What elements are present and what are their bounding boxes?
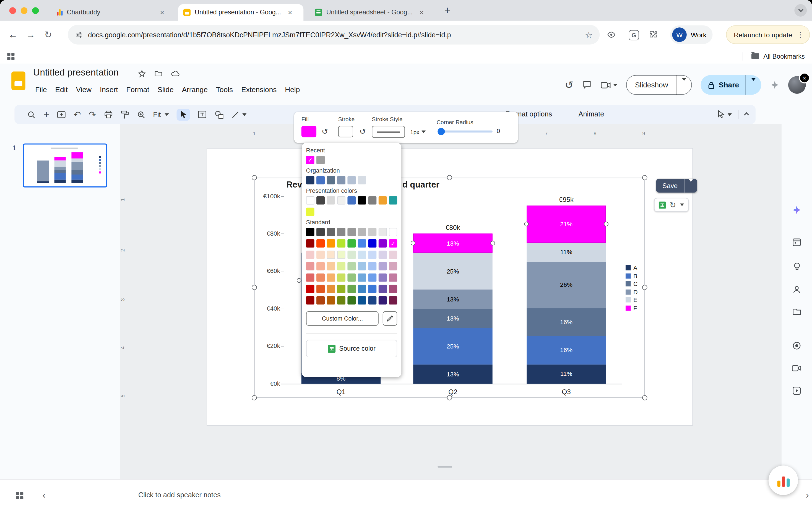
color-swatch[interactable] bbox=[347, 228, 356, 236]
legend-item[interactable]: F bbox=[626, 305, 638, 311]
chart-segment-c[interactable]: 13% bbox=[413, 309, 492, 328]
kebab-menu-icon[interactable]: ⋮ bbox=[796, 30, 804, 39]
color-swatch[interactable] bbox=[337, 228, 345, 236]
chart-segment-a[interactable]: 11% bbox=[527, 364, 606, 384]
color-swatch[interactable] bbox=[347, 251, 356, 259]
move-folder-icon[interactable] bbox=[154, 69, 163, 78]
color-swatch[interactable] bbox=[306, 251, 315, 259]
chart-bar-q2[interactable]: 13%25%13%13%25%13% bbox=[413, 234, 492, 384]
star-document-icon[interactable] bbox=[138, 69, 146, 78]
color-swatch[interactable] bbox=[389, 196, 397, 205]
legend-item[interactable]: B bbox=[626, 273, 638, 279]
color-swatch[interactable] bbox=[368, 251, 376, 259]
slide-thumbnail[interactable] bbox=[23, 144, 107, 188]
print-icon[interactable] bbox=[104, 110, 113, 119]
url-text[interactable]: docs.google.com/presentation/d/1b5f7OB8t… bbox=[88, 31, 580, 38]
color-swatch[interactable] bbox=[306, 274, 315, 282]
tab-presentation[interactable]: Untitled presentation - Goog... × bbox=[178, 4, 303, 21]
reset-fill-icon[interactable]: ↺ bbox=[322, 127, 328, 136]
selection-handle[interactable] bbox=[252, 395, 257, 400]
color-swatch[interactable] bbox=[358, 176, 366, 185]
color-swatch[interactable] bbox=[337, 262, 345, 270]
hide-toolbar-icon[interactable] bbox=[744, 112, 749, 117]
color-swatch[interactable] bbox=[337, 274, 345, 282]
menu-edit[interactable]: Edit bbox=[51, 83, 72, 96]
close-badge-icon[interactable]: × bbox=[799, 73, 810, 83]
chart-segment-f[interactable]: 13% bbox=[413, 234, 492, 253]
notes-resize-handle[interactable] bbox=[437, 466, 452, 468]
color-swatch[interactable] bbox=[358, 251, 366, 259]
videocam-icon[interactable] bbox=[792, 365, 802, 372]
back-icon[interactable]: ← bbox=[4, 29, 22, 40]
chart-segment-c[interactable]: 16% bbox=[527, 308, 606, 336]
document-title[interactable]: Untitled presentation bbox=[33, 67, 119, 78]
version-history-icon[interactable]: ↺ bbox=[565, 79, 573, 91]
color-swatch[interactable] bbox=[306, 176, 315, 185]
reset-stroke-icon[interactable]: ↺ bbox=[359, 127, 366, 136]
color-swatch[interactable] bbox=[358, 285, 366, 293]
legend-item[interactable]: C bbox=[626, 281, 638, 287]
color-swatch[interactable] bbox=[389, 262, 397, 270]
menu-extensions[interactable]: Extensions bbox=[237, 83, 281, 96]
color-swatch[interactable] bbox=[306, 208, 315, 216]
select-tool[interactable] bbox=[176, 108, 190, 120]
color-swatch[interactable] bbox=[379, 228, 387, 236]
color-swatch[interactable] bbox=[379, 239, 387, 248]
color-swatch[interactable] bbox=[347, 239, 356, 248]
record-icon[interactable] bbox=[792, 341, 801, 350]
color-swatch[interactable] bbox=[358, 274, 366, 282]
color-swatch[interactable] bbox=[347, 196, 356, 205]
color-swatch[interactable] bbox=[368, 285, 376, 293]
selection-handle[interactable] bbox=[252, 175, 257, 180]
color-swatch[interactable] bbox=[368, 239, 376, 248]
relaunch-update-button[interactable]: Relaunch to update ⋮ bbox=[726, 25, 810, 44]
eyedropper-button[interactable] bbox=[383, 311, 397, 325]
color-swatch[interactable] bbox=[306, 239, 315, 248]
color-swatch[interactable] bbox=[327, 176, 335, 185]
chart-segment-e[interactable]: 11% bbox=[527, 243, 606, 262]
color-swatch[interactable] bbox=[337, 196, 345, 205]
color-swatch[interactable] bbox=[347, 176, 356, 185]
g-extension-badge[interactable]: G bbox=[629, 30, 639, 40]
selection-handle[interactable] bbox=[447, 175, 452, 180]
color-swatch[interactable] bbox=[306, 228, 315, 236]
profile-chip[interactable]: W Work bbox=[670, 25, 713, 44]
custom-color-button[interactable]: Custom Color... bbox=[306, 311, 379, 325]
slides-logo-icon[interactable] bbox=[11, 72, 25, 90]
color-swatch[interactable] bbox=[306, 262, 315, 270]
site-settings-icon[interactable] bbox=[75, 31, 83, 38]
segment-selection-handle[interactable] bbox=[297, 278, 301, 283]
tab-chartbuddy[interactable]: Chartbuddy × bbox=[52, 4, 174, 21]
color-swatch[interactable] bbox=[347, 262, 356, 270]
selection-handle[interactable] bbox=[252, 285, 257, 290]
color-swatch[interactable] bbox=[379, 262, 387, 270]
new-slide-plus-icon[interactable]: + bbox=[44, 109, 49, 120]
all-bookmarks-button[interactable]: All Bookmarks bbox=[743, 52, 805, 60]
menu-view[interactable]: View bbox=[72, 83, 96, 96]
chart-segment-a[interactable]: 13% bbox=[413, 365, 492, 384]
undo-icon[interactable]: ↶ bbox=[74, 109, 81, 120]
color-swatch[interactable] bbox=[347, 285, 356, 293]
color-swatch[interactable] bbox=[327, 274, 335, 282]
color-swatch[interactable] bbox=[347, 274, 356, 282]
color-swatch[interactable] bbox=[368, 296, 376, 305]
apps-grid-icon[interactable] bbox=[7, 53, 14, 60]
gemini-sparkle-icon[interactable] bbox=[770, 80, 779, 90]
color-swatch[interactable] bbox=[389, 296, 397, 305]
color-swatch[interactable] bbox=[306, 196, 315, 205]
share-button[interactable]: Share bbox=[701, 75, 761, 95]
color-swatch[interactable] bbox=[337, 285, 345, 293]
stroke-color-swatch[interactable] bbox=[338, 126, 353, 137]
chart-segment-b[interactable]: 25% bbox=[413, 328, 492, 365]
redo-icon[interactable]: ↷ bbox=[89, 109, 96, 120]
slideshow-menu-button[interactable] bbox=[677, 81, 691, 89]
stroke-style-preview[interactable] bbox=[372, 126, 405, 138]
color-swatch[interactable] bbox=[358, 196, 366, 205]
menu-insert[interactable]: Insert bbox=[96, 83, 122, 96]
tab-search-icon[interactable] bbox=[794, 4, 807, 17]
close-tab-icon[interactable]: × bbox=[159, 8, 165, 17]
cloud-status-icon[interactable] bbox=[171, 69, 180, 78]
color-swatch[interactable] bbox=[358, 239, 366, 248]
linked-chart-toolbar[interactable]: ↻ bbox=[654, 198, 689, 212]
color-swatch[interactable] bbox=[327, 239, 335, 248]
